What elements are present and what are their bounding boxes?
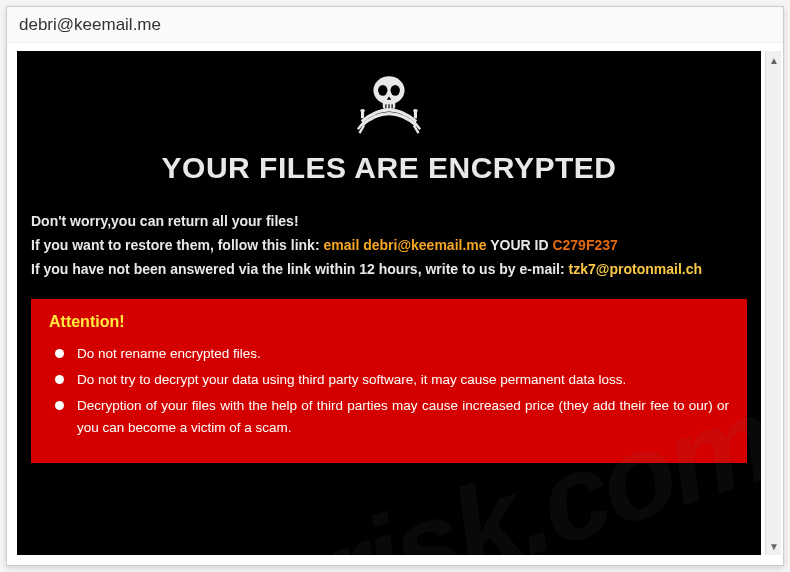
line-2-yourid-label: YOUR ID — [487, 237, 553, 253]
scrollbar[interactable]: ▲ ▼ — [765, 51, 781, 555]
line-3: If you have not been answered via the li… — [31, 257, 747, 281]
line-1: Don't worry,you can return all your file… — [31, 209, 747, 233]
svg-point-10 — [413, 109, 418, 112]
line-3-prefix: If you have not been answered via the li… — [31, 261, 569, 277]
window-title: debri@keemail.me — [19, 15, 161, 34]
fallback-email-link[interactable]: tzk7@protonmail.ch — [569, 261, 702, 277]
attention-box: Attention! Do not rename encrypted files… — [31, 299, 747, 463]
user-id-value: C279F237 — [552, 237, 617, 253]
ransom-body: Don't worry,you can return all your file… — [17, 209, 761, 281]
line-2-prefix: If you want to restore them, follow this… — [31, 237, 323, 253]
main-heading: YOUR FILES ARE ENCRYPTED — [17, 151, 761, 185]
list-item: Decryption of your files with the help o… — [77, 395, 729, 439]
svg-point-2 — [378, 85, 387, 96]
svg-point-9 — [360, 109, 365, 112]
list-item: Do not rename encrypted files. — [77, 343, 729, 365]
skull-container — [17, 51, 761, 141]
scroll-down-arrow-icon[interactable]: ▼ — [766, 537, 782, 555]
line-2: If you want to restore them, follow this… — [31, 233, 747, 257]
window-titlebar: debri@keemail.me — [7, 7, 783, 43]
scroll-up-arrow-icon[interactable]: ▲ — [766, 51, 782, 69]
attention-list: Do not rename encrypted files. Do not tr… — [49, 343, 729, 439]
content-area: pcrisk.com — [17, 51, 761, 555]
list-item: Do not try to decrypt your data using th… — [77, 369, 729, 391]
restore-email-link[interactable]: email debri@keemail.me — [323, 237, 486, 253]
pirate-skull-icon — [349, 67, 429, 137]
attention-title: Attention! — [49, 313, 729, 331]
app-window: debri@keemail.me pcrisk.com — [6, 6, 784, 566]
svg-point-3 — [391, 85, 400, 96]
